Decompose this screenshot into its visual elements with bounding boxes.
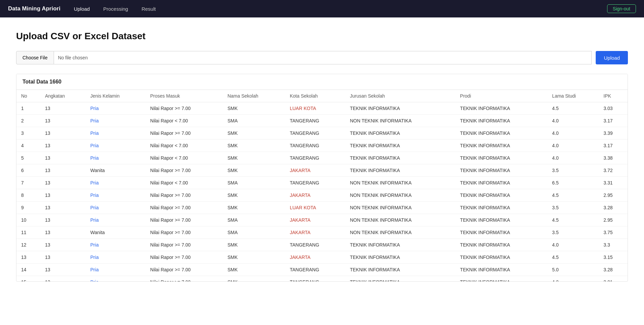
- cell-prodi: TEKNIK INFORMATIKA: [455, 264, 548, 276]
- cell-no: 1: [16, 102, 40, 115]
- cell-proses-masuk: Nilai Rapor < 7.00: [146, 115, 223, 127]
- cell-no: 8: [16, 189, 40, 202]
- table-row: 1 13 Pria Nilai Rapor >= 7.00 SMK LUAR K…: [16, 102, 628, 115]
- cell-jenis-kelamin: Pria: [86, 251, 146, 264]
- cell-no: 11: [16, 226, 40, 239]
- cell-kota-sekolah: TANGERANG: [285, 140, 345, 152]
- cell-nama-sekolah: SMK: [223, 140, 285, 152]
- cell-lama-studi: 4.0: [547, 276, 599, 282]
- sign-out-button[interactable]: Sign-out: [607, 4, 636, 13]
- cell-nama-sekolah: SMK: [223, 239, 285, 251]
- cell-nama-sekolah: SMK: [223, 127, 285, 140]
- cell-no: 3: [16, 127, 40, 140]
- cell-prodi: TEKNIK INFORMATIKA: [455, 127, 548, 140]
- cell-no: 12: [16, 239, 40, 251]
- nav-result[interactable]: Result: [139, 5, 159, 13]
- cell-no: 2: [16, 115, 40, 127]
- main-content: Upload CSV or Excel Dataset Choose File …: [0, 17, 644, 295]
- navbar: Data Mining Apriori Upload Processing Re…: [0, 0, 644, 17]
- data-table-container: Total Data 1660 No Angkatan Jenis Kelami…: [16, 74, 628, 282]
- cell-ipk: 3.17: [599, 140, 628, 152]
- cell-kota-sekolah: JAKARTA: [285, 214, 345, 226]
- cell-ipk: 3.72: [599, 164, 628, 177]
- table-head: No Angkatan Jenis Kelamin Proses Masuk N…: [16, 90, 628, 102]
- col-no: No: [16, 90, 40, 102]
- cell-proses-masuk: Nilai Rapor < 7.00: [146, 140, 223, 152]
- cell-lama-studi: 6.5: [547, 177, 599, 189]
- cell-no: 9: [16, 202, 40, 214]
- cell-proses-masuk: Nilai Rapor < 7.00: [146, 152, 223, 164]
- cell-kota-sekolah: TANGERANG: [285, 276, 345, 282]
- cell-jenis-kelamin: Pria: [86, 127, 146, 140]
- cell-ipk: 3.15: [599, 251, 628, 264]
- cell-angkatan: 13: [40, 140, 86, 152]
- cell-angkatan: 13: [40, 276, 86, 282]
- cell-jenis-kelamin: Wanita: [86, 226, 146, 239]
- cell-jurusan-sekolah: NON TEKNIK INFORMATIKA: [345, 189, 455, 202]
- cell-jurusan-sekolah: TEKNIK INFORMATIKA: [345, 239, 455, 251]
- cell-ipk: 3.28: [599, 202, 628, 214]
- col-nama-sekolah: Nama Sekolah: [223, 90, 285, 102]
- cell-ipk: 3.3: [599, 239, 628, 251]
- cell-no: 6: [16, 164, 40, 177]
- cell-lama-studi: 4.0: [547, 152, 599, 164]
- table-row: 6 13 Wanita Nilai Rapor >= 7.00 SMK JAKA…: [16, 164, 628, 177]
- cell-jurusan-sekolah: TEKNIK INFORMATIKA: [345, 251, 455, 264]
- cell-jenis-kelamin: Pria: [86, 189, 146, 202]
- cell-lama-studi: 4.0: [547, 140, 599, 152]
- cell-angkatan: 13: [40, 102, 86, 115]
- cell-jurusan-sekolah: TEKNIK INFORMATIKA: [345, 152, 455, 164]
- cell-lama-studi: 5.0: [547, 264, 599, 276]
- cell-jurusan-sekolah: TEKNIK INFORMATIKA: [345, 264, 455, 276]
- cell-lama-studi: 4.5: [547, 251, 599, 264]
- cell-nama-sekolah: SMK: [223, 202, 285, 214]
- table-row: 4 13 Pria Nilai Rapor < 7.00 SMK TANGERA…: [16, 140, 628, 152]
- col-lama-studi: Lama Studi: [547, 90, 599, 102]
- table-row: 10 13 Pria Nilai Rapor >= 7.00 SMA JAKAR…: [16, 214, 628, 226]
- cell-angkatan: 13: [40, 251, 86, 264]
- cell-angkatan: 13: [40, 239, 86, 251]
- cell-ipk: 3.31: [599, 177, 628, 189]
- table-row: 8 13 Pria Nilai Rapor >= 7.00 SMK JAKART…: [16, 189, 628, 202]
- col-proses-masuk: Proses Masuk: [146, 90, 223, 102]
- cell-jenis-kelamin: Pria: [86, 276, 146, 282]
- upload-row: Choose File No file chosen Upload: [16, 51, 628, 64]
- cell-proses-masuk: Nilai Rapor >= 7.00: [146, 251, 223, 264]
- cell-nama-sekolah: SMK: [223, 152, 285, 164]
- cell-prodi: TEKNIK INFORMATIKA: [455, 102, 548, 115]
- cell-kota-sekolah: TANGERANG: [285, 152, 345, 164]
- cell-angkatan: 13: [40, 189, 86, 202]
- cell-prodi: TEKNIK INFORMATIKA: [455, 251, 548, 264]
- cell-lama-studi: 3.5: [547, 202, 599, 214]
- cell-jenis-kelamin: Pria: [86, 214, 146, 226]
- cell-prodi: TEKNIK INFORMATIKA: [455, 226, 548, 239]
- cell-ipk: 3.28: [599, 264, 628, 276]
- cell-kota-sekolah: JAKARTA: [285, 189, 345, 202]
- cell-kota-sekolah: TANGERANG: [285, 115, 345, 127]
- upload-button[interactable]: Upload: [596, 51, 628, 64]
- cell-angkatan: 13: [40, 264, 86, 276]
- cell-kota-sekolah: TANGERANG: [285, 264, 345, 276]
- cell-proses-masuk: Nilai Rapor >= 7.00: [146, 264, 223, 276]
- nav-processing[interactable]: Processing: [101, 5, 131, 13]
- cell-kota-sekolah: JAKARTA: [285, 251, 345, 264]
- cell-ipk: 3.75: [599, 226, 628, 239]
- col-jenis-kelamin: Jenis Kelamin: [86, 90, 146, 102]
- nav-upload[interactable]: Upload: [71, 5, 93, 13]
- cell-angkatan: 13: [40, 127, 86, 140]
- cell-angkatan: 13: [40, 177, 86, 189]
- cell-jenis-kelamin: Pria: [86, 140, 146, 152]
- cell-jurusan-sekolah: NON TEKNIK INFORMATIKA: [345, 202, 455, 214]
- cell-kota-sekolah: JAKARTA: [285, 164, 345, 177]
- cell-nama-sekolah: SMK: [223, 164, 285, 177]
- cell-nama-sekolah: SMK: [223, 189, 285, 202]
- choose-file-button[interactable]: Choose File: [16, 51, 54, 64]
- col-ipk: IPK: [599, 90, 628, 102]
- cell-angkatan: 13: [40, 202, 86, 214]
- table-row: 15 13 Pria Nilai Rapor >= 7.00 SMK TANGE…: [16, 276, 628, 282]
- cell-jurusan-sekolah: TEKNIK INFORMATIKA: [345, 102, 455, 115]
- cell-prodi: TEKNIK INFORMATIKA: [455, 189, 548, 202]
- cell-prodi: TEKNIK INFORMATIKA: [455, 152, 548, 164]
- cell-no: 13: [16, 251, 40, 264]
- cell-proses-masuk: Nilai Rapor >= 7.00: [146, 164, 223, 177]
